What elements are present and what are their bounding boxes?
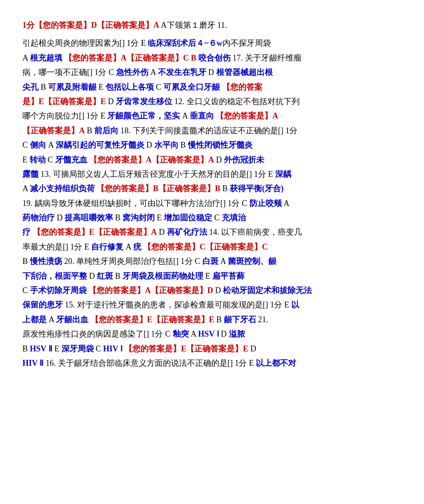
- text-segment: A: [22, 184, 30, 193]
- text-segment: 【您的答案是】B【正确答案是】B: [95, 184, 221, 193]
- text-line: 保留的患牙 15. 对于逆行性牙髓炎的患者，探诊检查最可能发现的是[] 1分 E…: [22, 298, 402, 312]
- text-segment: 1分【您的答案是】D【正确答案是】A: [22, 21, 159, 30]
- text-segment: 包括以上各项: [105, 83, 154, 92]
- text-segment: B: [39, 83, 48, 92]
- text-segment: 再矿化疗法: [167, 228, 207, 237]
- text-line: HIV Ⅱ 16. 关于龈牙结合部临床意义方面的说法不正确的是[] 1分 E 以…: [22, 356, 402, 370]
- text-segment: 牙龈出血: [56, 315, 88, 324]
- text-line: 上都是 A 牙龈出血 【您的答案是】E【正确答案是】E B 龈下牙石 21.: [22, 312, 402, 327]
- text-segment: A: [180, 111, 189, 120]
- text-segment: 以: [291, 300, 299, 309]
- text-line: A 减小支持组织负荷 【您的答案是】B【正确答案是】B B 获得平衡(牙合): [22, 181, 402, 196]
- text-segment: E: [203, 272, 212, 280]
- text-segment: 外伤冠折未: [224, 155, 264, 164]
- text-segment: B: [22, 344, 30, 353]
- text-segment: E: [22, 155, 30, 164]
- text-line: 引起根尖周炎的物理因素为[] 1分 E 临床深刮术后４~６w内不探牙周袋: [22, 36, 402, 50]
- text-segment: C: [212, 213, 222, 222]
- text-segment: B: [113, 272, 122, 280]
- text-segment: D: [55, 213, 65, 222]
- text-segment: A: [123, 242, 133, 251]
- text-segment: 急性外伤: [116, 68, 149, 77]
- text-segment: 自行修复: [91, 242, 123, 251]
- text-segment: 溢脓: [229, 329, 245, 338]
- text-line: 率最大的是[] 1分 E 自行修复 A 疣 【您的答案是】C【正确答案是】C: [22, 240, 402, 254]
- text-line: 19. 龋病导致牙体硬组织缺损时，可由以下哪种方法治疗[] 1分 C 防止咬颊 …: [22, 196, 402, 210]
- text-segment: 【您的答案是】E【正确答案是】A: [31, 228, 157, 237]
- text-line: 原发性疱疹性口炎的病因是感染了[] 1分 C 釉突 A HSV Ⅰ D 溢脓: [22, 327, 402, 341]
- text-segment: B: [22, 257, 30, 266]
- text-segment: 17. 关于牙龈纤维瘤: [231, 53, 302, 62]
- text-segment: C: [22, 140, 30, 149]
- text-segment: D: [87, 272, 97, 280]
- text-segment: 原发性疱疹性口炎的病因是感染了[] 1分 C: [22, 329, 173, 338]
- text-line: 是】E【正确答案是】E D 牙齿常发生移位 12. 全口义齿的稳定不包括对抗下列: [22, 94, 402, 109]
- text-line: C 侧向 A 深龋引起的可复性牙髓炎 D 水平向 B 慢性闭锁性牙髓炎: [22, 138, 402, 152]
- text-segment: 松动牙固定术和拔除无法: [223, 286, 312, 295]
- text-segment: 菌斑控制、龈: [228, 257, 276, 266]
- text-segment: 药物治疗: [22, 213, 55, 222]
- text-segment: 前后向: [94, 126, 118, 135]
- text-segment: 转动: [30, 155, 46, 164]
- text-segment: 18. 下列关于间接盖髓术的适应证不正确的是[] 1分: [118, 126, 297, 135]
- text-segment: 【您的答案是】C【正确答案是】C: [141, 242, 268, 251]
- text-segment: 白斑: [202, 257, 219, 266]
- text-segment: D: [106, 97, 116, 106]
- text-segment: 水平向: [154, 140, 179, 149]
- text-line: C 手术切除牙周袋 【您的答案是】A【正确答案是】D D 松动牙固定术和拔除无法: [22, 283, 402, 298]
- text-segment: E: [155, 213, 164, 222]
- text-line: 下刮治，根面平整 D 红斑 B 牙周袋及根面药物处理 E 扁平苔藓: [22, 269, 402, 283]
- text-segment: C: [22, 286, 30, 295]
- text-segment: D: [206, 68, 216, 77]
- text-line: E 转动 C 牙髓充血 【您的答案是】A【正确答案是】A D 外伤冠折未: [22, 153, 402, 167]
- text-segment: 露髓: [22, 170, 39, 179]
- text-segment: E: [96, 83, 105, 92]
- text-segment: B: [85, 126, 94, 135]
- text-segment: 14. 以下癌前病变，癌变几: [207, 228, 302, 237]
- text-segment: 19. 龋病导致牙体硬组织缺损时，可由以下哪种方法治疗[] 1分 C: [22, 199, 249, 208]
- text-segment: 釉突: [173, 329, 189, 338]
- text-segment: 侧向: [30, 140, 46, 149]
- text-segment: 【您的答案是】A【正确答案是】C B: [62, 53, 199, 62]
- text-line: 药物治疗 D 提高咀嚼效率 B 窝沟封闭 E 增加固位稳定 C 充填治: [22, 210, 402, 225]
- text-segment: HSV Ⅰ: [198, 329, 219, 338]
- text-segment: 疣: [133, 242, 141, 251]
- text-segment: 12. 全口义齿的稳定不包括对抗下列: [172, 97, 300, 106]
- text-segment: 慢性闭锁性牙髓炎: [188, 140, 253, 149]
- text-segment: 下刮治，根面平整: [22, 272, 87, 280]
- text-line: 尖孔 B 可累及附着龈 E 包括以上各项 C 可累及全口牙龈 【您的答案: [22, 80, 402, 94]
- text-segment: 【您的答案是】E【正确答案是】E: [122, 344, 249, 353]
- text-segment: 【您的答案是】A: [214, 111, 279, 120]
- text-segment: C: [46, 155, 55, 164]
- text-segment: 【您的答案是】A【正确答案是】A: [87, 155, 214, 164]
- text-segment: 根充超填: [30, 53, 62, 62]
- text-segment: 提高咀嚼效率: [65, 213, 113, 222]
- text-segment: 哪个方向脱位力[] 1分 E: [22, 111, 107, 120]
- text-segment: A: [149, 68, 158, 77]
- text-segment: 根管器械超出根: [216, 68, 273, 77]
- text-segment: 20. 单纯性牙周炎局部治疗包括[] 1分 C: [62, 257, 202, 266]
- text-line: B 慢性溃疡 20. 单纯性牙周炎局部治疗包括[] 1分 C 白斑 A 菌斑控制…: [22, 254, 402, 268]
- text-segment: D: [213, 286, 223, 295]
- text-segment: 红斑: [97, 272, 113, 280]
- text-line: 疗 【您的答案是】E【正确答案是】A D 再矿化疗法 14. 以下癌前病变，癌变…: [22, 225, 402, 239]
- text-segment: 慢性溃疡: [30, 257, 62, 266]
- text-line: 哪个方向脱位力[] 1分 E 牙龈颜色正常，坚实 A 垂直向 【您的答案是】A: [22, 109, 402, 123]
- text-segment: D: [219, 329, 229, 338]
- text-segment: 深龋: [275, 170, 291, 179]
- text-segment: B: [214, 315, 224, 324]
- text-segment: D: [214, 155, 224, 164]
- text-segment: 垂直向: [190, 111, 214, 120]
- text-segment: A: [47, 315, 56, 324]
- text-segment: 率最大的是[] 1分 E: [22, 242, 91, 251]
- text-segment: 牙龈颜色正常，坚实: [107, 111, 180, 120]
- text-segment: 【您的答案是】E【正确答案是】E: [88, 315, 214, 324]
- text-segment: 是】E【正确答案是】E: [22, 97, 106, 106]
- text-segment: 防止咬颊: [249, 199, 282, 208]
- text-segment: 21.: [256, 315, 268, 324]
- text-segment: B: [179, 140, 188, 149]
- text-segment: 保留的患牙: [22, 300, 63, 309]
- text-segment: 【正确答案是】A: [22, 126, 85, 135]
- text-segment: 牙周袋及根面药物处理: [122, 272, 203, 280]
- text-segment: D: [157, 228, 167, 237]
